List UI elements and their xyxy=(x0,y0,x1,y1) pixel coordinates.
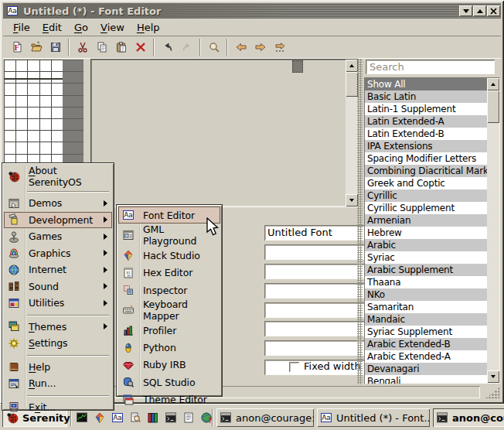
block-list-item[interactable]: Arabic Extended-B xyxy=(365,338,499,350)
menu-help[interactable]: Help xyxy=(131,20,166,36)
cut-button[interactable] xyxy=(73,38,92,57)
menu-item-help[interactable]: Help xyxy=(4,359,112,376)
block-list-item[interactable]: Syriac Supplement xyxy=(365,326,499,338)
block-list-item[interactable]: Arabic xyxy=(365,239,499,251)
menu-edit[interactable]: Edit xyxy=(36,20,68,36)
block-list-scrollbar[interactable] xyxy=(487,78,499,383)
task-button[interactable]: anon@courage:~/m... xyxy=(216,408,314,427)
menu-view[interactable]: View xyxy=(94,20,131,36)
open-button[interactable] xyxy=(26,38,46,57)
menu-item-themes[interactable]: Themes xyxy=(4,319,112,336)
run-icon xyxy=(8,377,20,390)
delete-button[interactable] xyxy=(131,38,150,57)
menu-item-settings[interactable]: Settings xyxy=(4,335,112,352)
window-controls xyxy=(459,5,500,16)
menu-item-demos[interactable]: Demos xyxy=(4,195,112,212)
close-button[interactable] xyxy=(487,5,500,16)
glyph-map[interactable] xyxy=(90,59,359,207)
quick-launch-help[interactable] xyxy=(145,408,162,427)
back-button[interactable] xyxy=(231,38,250,57)
search-glyph-button[interactable] xyxy=(204,38,223,57)
menu-item-utilities[interactable]: Utilities xyxy=(4,295,112,312)
submenu-arrow-icon xyxy=(104,267,107,273)
scroll-up-button[interactable] xyxy=(346,60,358,72)
menu-item-development[interactable]: Development xyxy=(4,212,112,229)
block-list-item[interactable]: Combining Diacritical Marks xyxy=(365,165,499,177)
unicode-block-list[interactable]: Show AllBasic LatinLatin-1 SupplementLat… xyxy=(364,77,500,384)
block-list-item[interactable]: Cyrillic Supplement xyxy=(365,202,499,214)
new-font-button[interactable]: F xyxy=(7,38,26,57)
glyph-map-scrollbar[interactable] xyxy=(346,60,358,206)
minimize-button[interactable] xyxy=(459,5,472,16)
block-list-item[interactable]: NKo xyxy=(365,288,499,301)
scroll-up-button[interactable] xyxy=(487,78,499,90)
submenu-arrow-icon xyxy=(104,250,107,256)
save-button[interactable] xyxy=(46,38,65,57)
block-list-item[interactable]: Samaritan xyxy=(365,301,499,313)
paste-button[interactable] xyxy=(111,38,131,57)
task-button[interactable]: anon@cour xyxy=(433,408,504,427)
menu-item-python[interactable]: Python xyxy=(118,339,220,356)
scroll-down-button[interactable] xyxy=(487,370,499,383)
menu-item-about-serenityos[interactable]: About SerenityOS xyxy=(4,165,112,188)
block-list-item[interactable]: IPA Extensions xyxy=(365,140,499,152)
copy-button[interactable] xyxy=(92,38,111,57)
resize-grip[interactable] xyxy=(485,387,499,398)
block-list-item[interactable]: Bengali xyxy=(365,375,499,384)
block-list-item[interactable]: Hebrew xyxy=(365,227,499,239)
menu-item-exit[interactable]: Exit... xyxy=(4,399,112,416)
maximize-button[interactable] xyxy=(473,5,486,16)
menu-item-ruby-irb[interactable]: Ruby IRB xyxy=(118,357,220,374)
toolbar-separator xyxy=(196,39,204,56)
menu-item-inspector[interactable]: Inspector xyxy=(118,282,220,299)
menu-file[interactable]: File xyxy=(7,20,36,36)
block-list-item[interactable]: Greek and Coptic xyxy=(365,177,499,189)
theme-editor-icon xyxy=(122,394,135,406)
scrollbar-thumb[interactable] xyxy=(346,72,358,97)
redo-button[interactable] xyxy=(177,38,196,57)
fixed-width-checkbox[interactable] xyxy=(289,362,299,372)
block-list-item[interactable]: Arabic Supplement xyxy=(365,264,499,276)
block-list-item[interactable]: Devanagari xyxy=(365,363,499,375)
quick-launch-assistant[interactable] xyxy=(127,408,144,427)
menu-item-hex-editor[interactable]: 0110Hex Editor xyxy=(118,264,220,282)
undo-button[interactable] xyxy=(158,38,177,57)
panel-splitter[interactable] xyxy=(357,59,363,384)
forward-button[interactable] xyxy=(250,38,270,57)
undo-icon xyxy=(162,41,174,53)
menu-item-sound[interactable]: Sound xyxy=(4,278,112,295)
block-list-item[interactable]: Show All xyxy=(365,78,499,90)
block-list-item[interactable]: Latin-1 Supplement xyxy=(365,103,499,115)
block-list-item[interactable]: Latin Extended-B xyxy=(365,128,499,140)
block-list-item[interactable]: Mandaic xyxy=(365,313,499,326)
selected-glyph-cell[interactable] xyxy=(292,60,303,73)
menu-item-label: Run... xyxy=(29,377,56,389)
scroll-down-button[interactable] xyxy=(346,194,358,206)
block-list-item[interactable]: Armenian xyxy=(365,214,499,227)
block-list-item[interactable]: Thaana xyxy=(365,276,499,288)
quick-launch-terminal[interactable] xyxy=(162,408,179,427)
menu-go[interactable]: Go xyxy=(68,20,94,36)
menu-item-games[interactable]: Games xyxy=(4,228,112,245)
menu-item-profiler[interactable]: Profiler xyxy=(118,322,220,339)
menu-item-hack-studio[interactable]: Hack Studio xyxy=(118,247,220,264)
titlebar[interactable]: Aa Untitled (*) - Font Editor xyxy=(3,3,501,19)
block-list-item[interactable]: Syriac xyxy=(365,251,499,264)
menu-item-run[interactable]: Run... xyxy=(4,375,112,392)
block-list-item[interactable]: Arabic Extended-A xyxy=(365,350,499,363)
menu-item-theme-editor[interactable]: Theme Editor xyxy=(118,391,220,408)
scrollbar-thumb[interactable] xyxy=(487,90,499,123)
task-button[interactable]: AaUntitled (*) - Font... xyxy=(317,408,430,427)
block-list-item[interactable]: Latin Extended-A xyxy=(365,115,499,128)
menu-item-internet[interactable]: Internet xyxy=(4,261,112,278)
menu-item-sql-studio[interactable]: SQL Studio xyxy=(118,374,220,391)
goto-glyph-button[interactable] xyxy=(270,38,289,57)
menu-item-graphics[interactable]: Graphics xyxy=(4,245,112,262)
browser-icon: ? xyxy=(200,411,213,424)
search-input[interactable] xyxy=(366,60,495,74)
menu-item-keyboard-mapper[interactable]: Keyboard Mapper xyxy=(118,299,220,322)
block-list-item[interactable]: Spacing Modifier Letters xyxy=(365,152,499,165)
quick-launch-text-editor[interactable] xyxy=(180,408,197,427)
block-list-item[interactable]: Cyrillic xyxy=(365,189,499,202)
block-list-item[interactable]: Basic Latin xyxy=(365,90,499,103)
